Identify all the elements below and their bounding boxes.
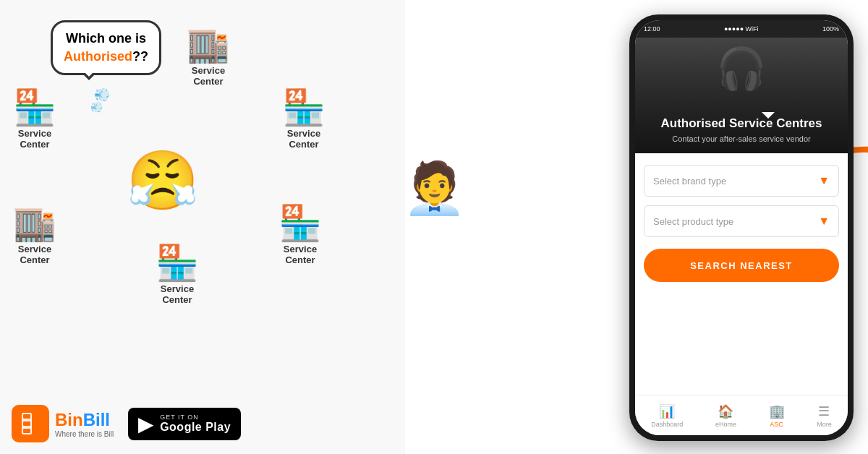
nav-dashboard-label: Dashboard bbox=[651, 421, 683, 428]
svg-rect-3 bbox=[23, 421, 30, 426]
bubble-line1: Which one is bbox=[66, 31, 146, 46]
status-signal: ●●●●● WiFi bbox=[724, 25, 759, 33]
service-center-1: 🏪 ServiceCenter bbox=[13, 90, 56, 150]
google-play-icon: ▶ bbox=[138, 412, 154, 436]
phone-hero-section: 🎧 Authorised Service Centres Contact you… bbox=[635, 38, 848, 153]
nav-ehome-label: eHome bbox=[715, 421, 736, 428]
building-icon-2: 🏬 bbox=[187, 27, 230, 62]
nav-asc-label: ASC bbox=[770, 421, 783, 428]
asc-icon: 🏢 bbox=[769, 403, 785, 419]
google-play-text: GET IT ON Google Play bbox=[160, 414, 231, 434]
binbill-logo: BinBill Where there is Bill bbox=[12, 405, 114, 442]
phone-content-area: Select brand type ▼ Select product type … bbox=[635, 153, 848, 395]
phone-screen: 12:00 ●●●●● WiFi 100% 🎧 Authorised Servi… bbox=[635, 20, 848, 435]
get-it-on-text: GET IT ON bbox=[160, 414, 231, 421]
binbill-logo-text: BinBill Where there is Bill bbox=[55, 410, 114, 438]
product-type-placeholder: Select product type bbox=[653, 216, 733, 227]
search-nearest-button[interactable]: SEARCH NEAREST bbox=[644, 249, 839, 282]
brand-type-chevron: ▼ bbox=[818, 174, 830, 187]
nav-more[interactable]: ☰ More bbox=[817, 403, 832, 428]
svg-rect-4 bbox=[23, 429, 30, 433]
service-center-6: 🏪 ServiceCenter bbox=[278, 206, 322, 265]
building-icon-1: 🏪 bbox=[13, 90, 56, 125]
nav-asc[interactable]: 🏢 ASC bbox=[769, 403, 785, 428]
building-icon-4: 🏬 bbox=[13, 206, 56, 241]
phone-bottom-nav: 📊 Dashboard 🏠 eHome 🏢 ASC ☰ More bbox=[635, 395, 848, 435]
more-icon: ☰ bbox=[818, 403, 830, 419]
google-play-badge[interactable]: ▶ GET IT ON Google Play bbox=[128, 408, 241, 440]
speech-bubble-question: Which one is Authorised?? bbox=[51, 20, 161, 75]
bottom-bar: BinBill Where there is Bill ▶ GET IT ON … bbox=[12, 405, 241, 442]
home-icon: 🏠 bbox=[718, 403, 733, 419]
phone-hero-subtitle: Contact your after-sales service vendor bbox=[672, 134, 810, 143]
nav-dashboard[interactable]: 📊 Dashboard bbox=[651, 403, 683, 428]
bubble-question-marks: ?? bbox=[132, 49, 148, 64]
status-time: 12:00 bbox=[644, 25, 660, 33]
phone-hero-title: Authorised Service Centres bbox=[661, 116, 822, 132]
hero-headphones-icon: 🎧 bbox=[716, 45, 767, 93]
service-center-4: 🏬 ServiceCenter bbox=[13, 206, 56, 265]
svg-rect-2 bbox=[23, 414, 30, 419]
building-icon-3: 🏪 bbox=[282, 90, 326, 125]
service-center-2: 🏬 ServiceCenter bbox=[187, 27, 230, 87]
logo-brand-name: BinBill bbox=[55, 410, 114, 430]
status-battery: 100% bbox=[822, 25, 839, 33]
product-type-chevron: ▼ bbox=[818, 215, 830, 228]
brand-type-select[interactable]: Select brand type ▼ bbox=[644, 165, 839, 197]
google-play-store-name: Google Play bbox=[160, 421, 231, 434]
nav-ehome[interactable]: 🏠 eHome bbox=[715, 403, 736, 428]
nav-more-label: More bbox=[817, 421, 832, 428]
dashboard-icon: 📊 bbox=[659, 403, 675, 419]
binbill-logo-icon bbox=[12, 405, 49, 442]
logo-tagline: Where there is Bill bbox=[55, 430, 114, 438]
bubble-authorised: Authorised bbox=[64, 49, 132, 64]
angry-man-illustration: 😤 💨 💨 bbox=[112, 101, 213, 260]
service-center-3: 🏪 ServiceCenter bbox=[282, 90, 326, 150]
right-character-section: Bro Chill! Use BinBill 🧑‍💼 bbox=[340, 0, 608, 454]
brand-type-placeholder: Select brand type bbox=[653, 176, 726, 187]
pointing-man-illustration: 🧑‍💼 bbox=[383, 87, 485, 289]
phone-status-bar: 12:00 ●●●●● WiFi 100% bbox=[635, 20, 848, 38]
product-type-select[interactable]: Select product type ▼ bbox=[644, 205, 839, 237]
building-icon-6: 🏪 bbox=[278, 206, 322, 241]
phone-mockup: 12:00 ●●●●● WiFi 100% 🎧 Authorised Servi… bbox=[629, 14, 854, 441]
